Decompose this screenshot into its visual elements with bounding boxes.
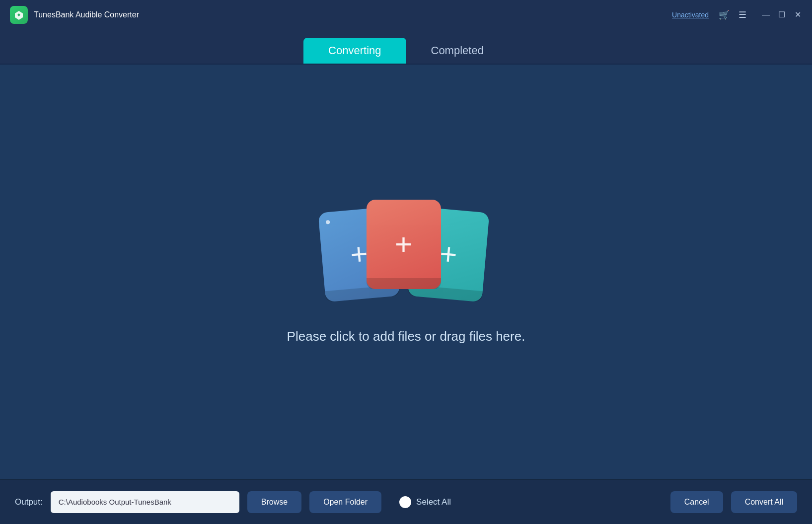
convert-all-button[interactable]: Convert All	[731, 491, 797, 513]
minimize-button[interactable]: —	[761, 11, 770, 19]
app-logo	[10, 6, 28, 24]
title-bar-left: TunesBank Audible Converter	[10, 6, 139, 24]
tab-converting[interactable]: Converting	[303, 38, 406, 64]
title-bar: TunesBank Audible Converter Unactivated …	[0, 0, 812, 30]
book-center: +	[367, 200, 441, 289]
title-bar-right: Unactivated 🛒 ☰ — ☐ ✕	[672, 9, 802, 20]
bottom-bar: Output: Browse Open Folder Select All Ca…	[0, 479, 812, 524]
select-all-group: Select All	[399, 496, 663, 508]
menu-icon[interactable]: ☰	[738, 9, 747, 20]
tab-container: Converting Completed	[303, 38, 509, 64]
title-bar-icons: 🛒 ☰	[719, 9, 747, 20]
open-folder-button[interactable]: Open Folder	[309, 491, 381, 513]
select-all-label: Select All	[416, 497, 451, 507]
select-all-radio[interactable]	[399, 496, 411, 508]
main-drop-area[interactable]: + + + Please click to add files or drag …	[0, 65, 812, 479]
tab-completed[interactable]: Completed	[406, 38, 509, 64]
close-button[interactable]: ✕	[793, 11, 802, 19]
maximize-button[interactable]: ☐	[777, 11, 786, 19]
window-controls: — ☐ ✕	[761, 11, 802, 19]
output-path-input[interactable]	[51, 491, 239, 513]
add-files-text: Please click to add files or drag files …	[287, 329, 525, 344]
output-label: Output:	[15, 497, 43, 507]
cart-icon[interactable]: 🛒	[719, 9, 729, 20]
book-illustration: + + +	[317, 200, 496, 309]
book-dot-left	[325, 220, 330, 225]
tab-bar: Converting Completed	[0, 30, 812, 65]
unactivated-link[interactable]: Unactivated	[672, 11, 709, 19]
browse-button[interactable]: Browse	[247, 491, 301, 513]
app-title: TunesBank Audible Converter	[34, 10, 139, 19]
cancel-button[interactable]: Cancel	[670, 491, 723, 513]
